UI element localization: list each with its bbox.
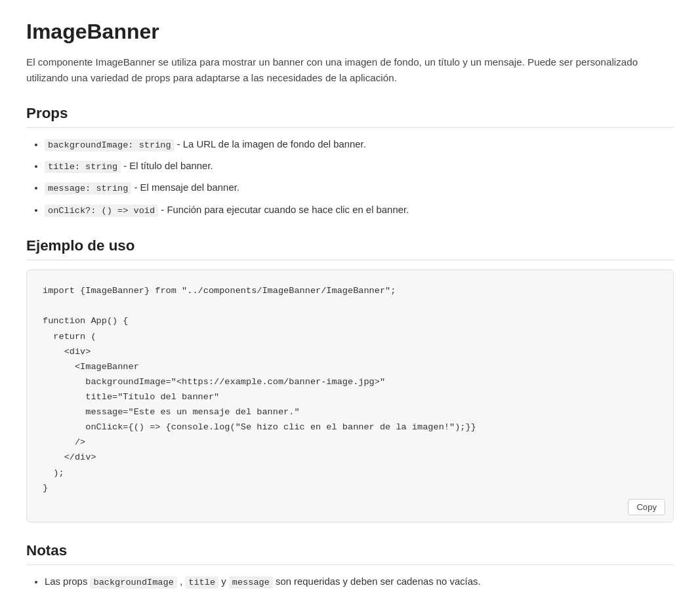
notes-section: Notas Las props backgroundImage , title …: [26, 542, 674, 592]
list-item: backgroundImage: string - La URL de la i…: [45, 137, 674, 152]
prop-code-1: backgroundImage: string: [45, 139, 175, 151]
note-1-code-3: message: [229, 576, 273, 589]
note-1-text-before: Las props: [45, 576, 90, 587]
example-heading: Ejemplo de uso: [26, 237, 674, 260]
props-list: backgroundImage: string - La URL de la i…: [26, 137, 674, 218]
prop-desc-4: - Función para ejecutar cuando se hace c…: [161, 205, 409, 215]
code-block: import {ImageBanner} from "../components…: [43, 283, 657, 496]
prop-code-4: onClick?: () => void: [45, 205, 158, 217]
props-heading: Props: [26, 105, 674, 128]
prop-code-2: title: string: [45, 161, 121, 173]
page-description: El componente ImageBanner se utiliza par…: [26, 54, 674, 87]
notes-heading: Notas: [26, 542, 674, 565]
list-item: onClick?: () => void - Función para ejec…: [45, 203, 674, 218]
page-title: ImageBanner: [26, 20, 674, 44]
code-block-wrapper: import {ImageBanner} from "../components…: [26, 269, 674, 523]
example-section: Ejemplo de uso import {ImageBanner} from…: [26, 237, 674, 523]
notes-list: Las props backgroundImage , title y mess…: [26, 574, 674, 592]
prop-code-3: message: string: [45, 182, 131, 195]
prop-desc-3: - El mensaje del banner.: [134, 182, 239, 193]
list-item: Las props backgroundImage , title y mess…: [45, 574, 674, 590]
list-item: message: string - El mensaje del banner.: [45, 180, 674, 195]
prop-desc-2: - El título del banner.: [123, 161, 213, 171]
note-1-sep-2: y: [218, 576, 229, 587]
list-item: title: string - El título del banner.: [45, 159, 674, 174]
note-1-sep-1: ,: [177, 576, 185, 587]
note-1-suffix: son requeridas y deben ser cadenas no va…: [273, 576, 481, 587]
note-1-code-1: backgroundImage: [90, 576, 176, 589]
prop-desc-1: - La URL de la imagen de fondo del banne…: [177, 139, 366, 149]
note-1-code-2: title: [185, 576, 218, 589]
props-section: Props backgroundImage: string - La URL d…: [26, 105, 674, 218]
copy-button[interactable]: Copy: [628, 499, 665, 515]
